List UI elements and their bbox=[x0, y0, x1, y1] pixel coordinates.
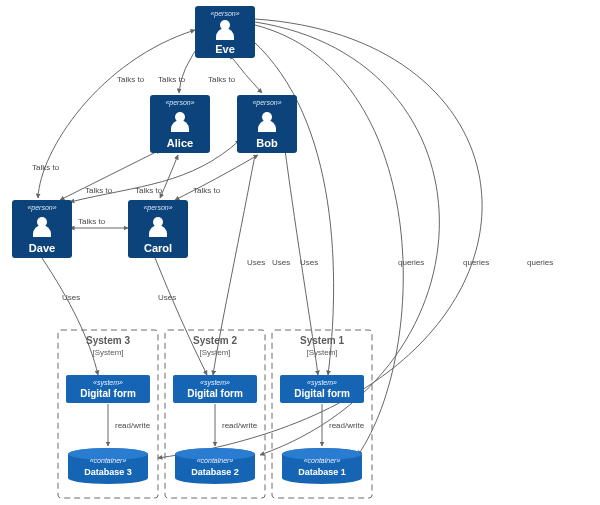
person-carol: «person» Carol bbox=[128, 200, 188, 258]
svg-text:Dave: Dave bbox=[29, 242, 55, 254]
svg-text:«container»: «container» bbox=[197, 457, 234, 464]
edge-label: Talks to bbox=[117, 75, 145, 84]
edge-label: queries bbox=[527, 258, 553, 267]
svg-text:Database 2: Database 2 bbox=[191, 467, 239, 477]
svg-text:«container»: «container» bbox=[304, 457, 341, 464]
edge-label: Talks to bbox=[78, 217, 106, 226]
svg-text:Digital form: Digital form bbox=[187, 388, 243, 399]
svg-text:Database 1: Database 1 bbox=[298, 467, 346, 477]
svg-text:Digital form: Digital form bbox=[294, 388, 350, 399]
person-bob: «person» Bob bbox=[237, 95, 297, 153]
edge-label: queries bbox=[398, 258, 424, 267]
edge-label: Uses bbox=[272, 258, 290, 267]
edge-label: read/write bbox=[222, 421, 258, 430]
svg-text:«container»: «container» bbox=[90, 457, 127, 464]
svg-text:Bob: Bob bbox=[256, 137, 278, 149]
edge-label: Uses bbox=[300, 258, 318, 267]
svg-text:«person»: «person» bbox=[165, 99, 194, 107]
svg-text:«person»: «person» bbox=[210, 10, 239, 18]
svg-text:«system»: «system» bbox=[307, 379, 337, 387]
svg-text:«system»: «system» bbox=[200, 379, 230, 387]
svg-text:Alice: Alice bbox=[167, 137, 193, 149]
c4-diagram: Talks to Talks to Talks to Talks to Talk… bbox=[0, 0, 600, 505]
edge-label: Talks to bbox=[208, 75, 236, 84]
svg-text:«person»: «person» bbox=[143, 204, 172, 212]
edge-label: read/write bbox=[329, 421, 365, 430]
edge-label: Talks to bbox=[193, 186, 221, 195]
edge-label: queries bbox=[463, 258, 489, 267]
svg-text:System 3: System 3 bbox=[86, 335, 130, 346]
svg-text:Carol: Carol bbox=[144, 242, 172, 254]
edge-label: Uses bbox=[158, 293, 176, 302]
svg-text:«person»: «person» bbox=[252, 99, 281, 107]
svg-text:Digital form: Digital form bbox=[80, 388, 136, 399]
svg-text:Database 3: Database 3 bbox=[84, 467, 132, 477]
svg-text:System 2: System 2 bbox=[193, 335, 237, 346]
person-dave: «person» Dave bbox=[12, 200, 72, 258]
edge-label: Uses bbox=[62, 293, 80, 302]
person-eve: «person» Eve bbox=[195, 6, 255, 58]
svg-text:«person»: «person» bbox=[27, 204, 56, 212]
person-alice: «person» Alice bbox=[150, 95, 210, 153]
edge-label: Talks to bbox=[32, 163, 60, 172]
svg-text:«system»: «system» bbox=[93, 379, 123, 387]
svg-text:[System]: [System] bbox=[92, 348, 123, 357]
svg-text:[System]: [System] bbox=[199, 348, 230, 357]
svg-text:Eve: Eve bbox=[215, 43, 235, 55]
svg-text:System 1: System 1 bbox=[300, 335, 344, 346]
edge-label: Uses bbox=[247, 258, 265, 267]
edge-label: Talks to bbox=[158, 75, 186, 84]
edge-label: read/write bbox=[115, 421, 151, 430]
svg-text:[System]: [System] bbox=[306, 348, 337, 357]
